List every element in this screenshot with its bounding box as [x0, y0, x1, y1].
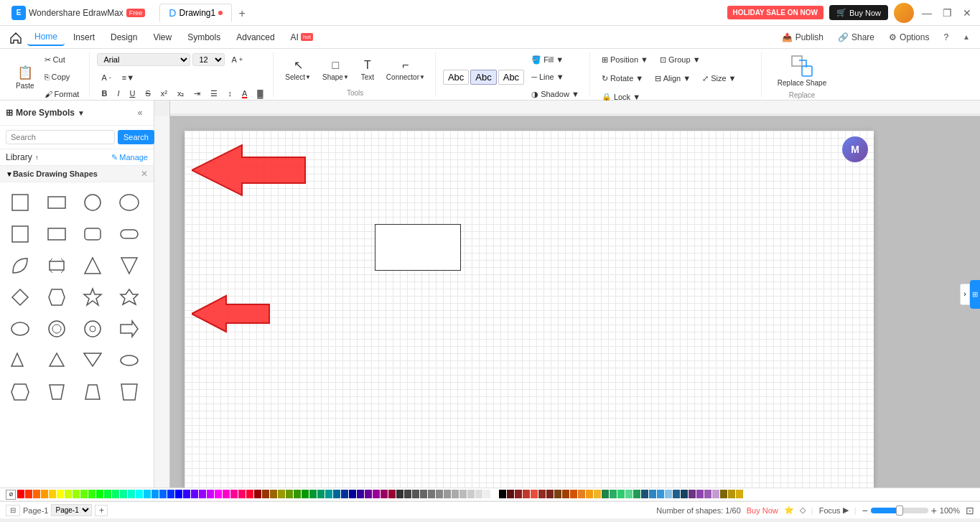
align-button[interactable]: ≡▼ [118, 70, 139, 85]
fill-button[interactable]: 🪣 Fill ▼ [527, 52, 584, 67]
add-tab-button[interactable]: + [233, 5, 251, 22]
replace-shape-button[interactable]: Replace Shape [769, 52, 835, 90]
color-swatch[interactable] [270, 490, 277, 498]
color-swatch[interactable] [73, 490, 80, 498]
shape-item[interactable] [115, 378, 144, 406]
color-swatch[interactable] [230, 490, 238, 498]
font-size-select[interactable]: 12 [192, 53, 225, 66]
shape-item[interactable] [78, 220, 107, 248]
color-swatch[interactable] [665, 490, 672, 498]
color-swatch[interactable] [523, 490, 530, 498]
color-swatch[interactable] [317, 490, 325, 498]
buy-now-button[interactable]: 🛒 Buy Now [829, 5, 888, 20]
menu-design[interactable]: Design [103, 29, 144, 45]
color-swatch[interactable] [41, 490, 48, 498]
shape-item[interactable] [78, 346, 107, 375]
color-swatch[interactable] [444, 490, 451, 498]
holiday-sale-button[interactable]: HOLIDAY SALE ON NOW [727, 6, 823, 19]
style-default-button[interactable]: Abc [443, 70, 469, 85]
color-swatch[interactable] [167, 490, 174, 498]
strikethrough-button[interactable]: S [141, 85, 154, 101]
list-button[interactable]: ☰ [206, 85, 222, 101]
size-button[interactable]: ⤢ Size ▼ [698, 70, 740, 86]
color-swatch[interactable] [704, 490, 711, 498]
shape-item[interactable] [6, 314, 34, 343]
color-swatch[interactable] [467, 490, 475, 498]
focus-button[interactable]: ▶ [843, 505, 849, 515]
color-swatch[interactable] [736, 490, 743, 498]
color-swatch[interactable] [625, 490, 633, 498]
color-swatch[interactable] [562, 490, 569, 498]
color-swatch[interactable] [641, 490, 648, 498]
shape-item[interactable] [78, 314, 107, 343]
color-swatch[interactable] [475, 490, 482, 498]
color-swatch[interactable] [388, 490, 396, 498]
italic-button[interactable]: I [113, 85, 123, 101]
color-swatch[interactable] [649, 490, 656, 498]
ribbon-collapse-button[interactable]: ▲ [958, 32, 974, 42]
color-swatch[interactable] [657, 490, 664, 498]
color-swatch[interactable] [112, 490, 119, 498]
color-swatch[interactable] [223, 490, 230, 498]
color-swatch[interactable] [254, 490, 261, 498]
decrease-font-button[interactable]: A- [97, 70, 115, 85]
style-alt1-button[interactable]: Abc [470, 70, 496, 85]
arrow-shape-1[interactable] [192, 141, 307, 201]
color-swatch[interactable] [404, 490, 411, 498]
color-swatch[interactable] [515, 490, 522, 498]
color-swatch[interactable] [151, 490, 159, 498]
options-button[interactable]: ⚙ Options [885, 31, 933, 44]
color-swatch[interactable] [302, 490, 309, 498]
style-alt2-button[interactable]: Abc [498, 70, 524, 85]
shape-item[interactable] [115, 220, 144, 248]
color-swatch[interactable] [136, 490, 143, 498]
highlight-button[interactable]: ▓ [253, 85, 267, 101]
menu-symbols[interactable]: Symbols [180, 29, 228, 45]
color-swatch[interactable] [191, 490, 198, 498]
shape-item[interactable] [115, 188, 144, 217]
color-swatch[interactable] [238, 490, 246, 498]
share-button[interactable]: 🔗 Share [834, 31, 879, 44]
shape-item[interactable] [6, 251, 34, 280]
color-swatch[interactable] [412, 490, 419, 498]
position-button[interactable]: ⊞ Position ▼ [597, 52, 653, 67]
color-swatch[interactable] [333, 490, 340, 498]
color-swatch[interactable] [207, 490, 214, 498]
color-swatch[interactable] [80, 490, 88, 498]
arrow-shape-2[interactable] [192, 292, 271, 337]
increase-font-button[interactable]: A+ [227, 52, 247, 67]
indent-button[interactable]: ⇥ [190, 85, 205, 101]
shape-item[interactable] [6, 346, 34, 375]
zoom-slider[interactable] [871, 508, 928, 513]
shape-item[interactable] [6, 378, 34, 406]
fit-page-button[interactable]: ⊡ [966, 505, 974, 516]
subscript-button[interactable]: x₂ [173, 85, 189, 101]
color-swatch[interactable] [381, 490, 388, 498]
shape-item[interactable] [115, 251, 144, 280]
shape-item[interactable] [6, 220, 34, 248]
color-swatch[interactable] [452, 490, 459, 498]
shape-item[interactable] [115, 283, 144, 312]
color-swatch[interactable] [720, 490, 727, 498]
shape-item[interactable] [42, 314, 71, 343]
color-swatch[interactable] [602, 490, 609, 498]
color-swatch[interactable] [349, 490, 356, 498]
color-swatch[interactable] [373, 490, 380, 498]
color-swatch[interactable] [65, 490, 72, 498]
minimize-button[interactable]: — [920, 6, 934, 20]
user-avatar[interactable] [894, 3, 914, 23]
color-swatch[interactable] [696, 490, 704, 498]
color-swatch[interactable] [159, 490, 167, 498]
color-swatch[interactable] [278, 490, 285, 498]
connector-tool-button[interactable]: ⌐ Connector ▼ [382, 54, 429, 85]
shapes-section-header[interactable]: ▼ Basic Drawing Shapes ✕ [0, 166, 154, 182]
drawing-tab[interactable]: D Drawing1 [159, 4, 232, 22]
shape-item[interactable] [115, 314, 144, 343]
shape-item[interactable] [42, 220, 71, 248]
font-color-button[interactable]: A [238, 85, 251, 101]
color-swatch[interactable] [365, 490, 372, 498]
color-swatch[interactable] [183, 490, 190, 498]
underline-button[interactable]: U [125, 85, 139, 101]
color-swatch[interactable] [309, 490, 317, 498]
text-tool-button[interactable]: T Text [356, 54, 379, 85]
